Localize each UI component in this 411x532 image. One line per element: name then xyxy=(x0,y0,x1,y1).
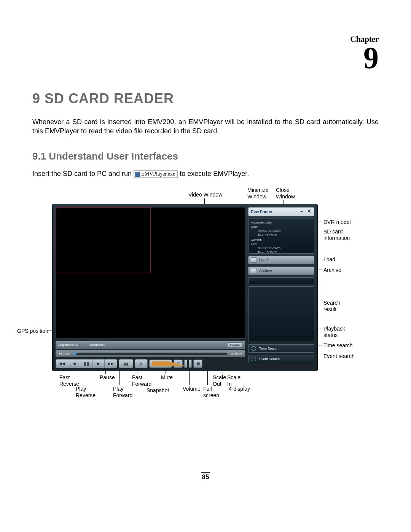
run-instruction: Insert the SD card to PC and run EMVPlay… xyxy=(32,170,379,178)
label-volume: Volume xyxy=(183,386,201,393)
label-4-display: 4-display xyxy=(229,386,250,393)
section-heading: 9.1 Understand User Interfaces xyxy=(32,150,379,162)
label-sd-info: SD card information xyxy=(323,228,350,242)
label-play-reverse: Play Reverse xyxy=(76,386,96,399)
gps-latitude: Latitude:0.0 xyxy=(89,343,105,347)
scale-in-button[interactable] xyxy=(189,359,192,368)
exe-file-badge: EMVPlayer.exe xyxy=(134,170,178,178)
label-playback-status: Playback status xyxy=(323,326,345,339)
snapshot-button[interactable]: 📷 xyxy=(119,359,133,368)
info-current-label: Current: xyxy=(251,238,312,242)
page-number: 85 xyxy=(32,472,379,481)
play-forward-button[interactable]: ▶ xyxy=(92,359,105,368)
player-diagram: Video Window Minimize Window Close Windo… xyxy=(32,185,379,413)
playback-status-badge: PAUSE xyxy=(227,342,243,347)
archive-button-label: Archive xyxy=(259,268,272,273)
close-button[interactable]: ✕ xyxy=(307,209,312,214)
chapter-number: 9 xyxy=(32,44,379,72)
timeline-track[interactable] xyxy=(73,353,227,355)
control-bar: ◀◀ ◀ ❚❚ ▶ ▶▶ 📷 🔊 ▢ ▦ xyxy=(56,359,245,369)
info-end-date: Date:2011-03-28 xyxy=(251,246,312,250)
sd-info-card: Model:EMV200 Start: Date:2011-03-28 Time… xyxy=(248,219,314,254)
label-full-screen: Full screen xyxy=(203,386,219,399)
title-bar: EverFocus – ✕ xyxy=(248,207,314,216)
load-button-label: Load xyxy=(259,258,268,262)
play-reverse-button[interactable]: ◀ xyxy=(68,359,80,368)
info-start-label: Start: xyxy=(251,225,312,229)
info-end-time: Time:15:29:00 xyxy=(251,250,312,254)
pause-button[interactable]: ❚❚ xyxy=(80,359,92,368)
chapter-block: Chapter 9 xyxy=(32,34,379,72)
minimize-button[interactable]: – xyxy=(300,209,305,214)
label-close-window: Close Window xyxy=(276,187,295,200)
fast-forward-button[interactable]: ▶▶ xyxy=(105,359,117,368)
emvplayer-window: EverFocus – ✕ Model:EMV200 Start: Date:2… xyxy=(52,204,318,371)
search-result-area xyxy=(248,286,314,342)
intro-paragraph: Whenever a SD card is inserted into EMV2… xyxy=(32,117,379,136)
fast-reverse-button[interactable]: ◀◀ xyxy=(56,359,68,368)
mute-button[interactable]: 🔊 xyxy=(135,359,147,368)
folder-icon xyxy=(251,257,257,263)
exe-icon xyxy=(135,172,140,177)
volume-slider[interactable] xyxy=(149,359,172,368)
time-search-button[interactable]: Time Search xyxy=(248,344,314,353)
info-model: Model:EMV200 xyxy=(251,220,312,225)
run-before: Insert the SD card to PC and run xyxy=(32,170,132,177)
time-search-label: Time Search xyxy=(259,347,279,350)
label-fast-forward: Fast Forward xyxy=(132,374,151,388)
load-button[interactable]: Load xyxy=(248,256,314,264)
video-window[interactable] xyxy=(56,207,245,339)
event-search-label: Event Search xyxy=(259,357,280,361)
archive-icon xyxy=(251,268,257,273)
timeline-bar[interactable]: 14:29:00 15:29:00 xyxy=(56,350,245,357)
page-title: 9 SD CARD READER xyxy=(32,91,379,107)
label-pause: Pause xyxy=(100,374,115,381)
label-mute: Mute xyxy=(161,374,173,381)
gps-bar: Longitude:0.00 Latitude:0.0 PAUSE xyxy=(56,341,245,349)
label-gps: GPS position xyxy=(17,328,48,335)
four-display-button[interactable]: ▦ xyxy=(193,359,202,368)
label-load: Load xyxy=(323,256,335,263)
progress-strip xyxy=(248,277,314,284)
info-start-date: Date:2011-03-28 xyxy=(251,229,312,233)
channel-outline xyxy=(56,208,151,273)
clock-icon xyxy=(251,346,256,351)
label-search-result: Search result xyxy=(323,300,340,313)
label-dvr-model: DVR model xyxy=(323,219,351,226)
archive-button[interactable]: Archive xyxy=(248,267,314,275)
label-video-window: Video Window xyxy=(188,192,222,198)
side-panel: EverFocus – ✕ Model:EMV200 Start: Date:2… xyxy=(248,207,314,369)
label-event-search: Event search xyxy=(323,353,355,360)
chapter-label: Chapter xyxy=(32,34,379,44)
label-snapshot: Snapshot xyxy=(147,387,169,394)
search-icon xyxy=(251,357,256,361)
label-time-search: Time search xyxy=(323,342,353,349)
label-minimize-window: Minimize Window xyxy=(247,187,268,200)
info-start-time: Time:12:29:00 xyxy=(251,233,312,237)
event-search-button[interactable]: Event Search xyxy=(248,355,314,363)
brand-label: EverFocus xyxy=(251,209,272,214)
timeline-start: 14:29:00 xyxy=(59,352,70,355)
run-after: to execute EMVPlayer. xyxy=(180,170,249,177)
label-archive: Archive xyxy=(323,267,341,274)
label-play-forward: Play Forward xyxy=(113,386,132,399)
info-end-label: End: xyxy=(251,242,312,246)
timeline-end: 15:29:00 xyxy=(230,352,242,355)
exe-name: EMVPlayer.exe xyxy=(141,171,175,177)
gps-longitude: Longitude:0.00 xyxy=(58,343,78,347)
